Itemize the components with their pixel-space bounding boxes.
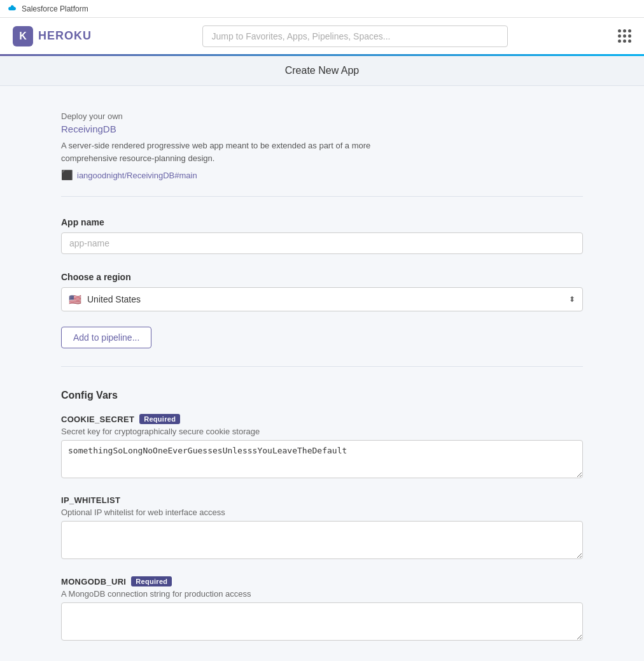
config-var-mongodb-uri: MONGODB_URI Required A MongoDB connectio… xyxy=(61,576,583,643)
header-actions xyxy=(618,29,631,43)
salesforce-bar: Salesforce Platform xyxy=(0,0,644,18)
config-vars-section: Config Vars COOKIE_SECRET Required Secre… xyxy=(61,390,583,643)
pipeline-area: Add to pipeline... xyxy=(61,327,583,348)
cookie-secret-name: COOKIE_SECRET Required xyxy=(61,414,583,424)
repo-link[interactable]: ReceivingDB xyxy=(61,124,116,134)
mongodb-uri-textarea[interactable] xyxy=(61,602,583,641)
search-input[interactable] xyxy=(202,25,508,47)
cookie-secret-textarea[interactable] xyxy=(61,440,583,478)
region-section: Choose a region 🇺🇸 United States Europe … xyxy=(61,272,583,367)
deploy-own-label: Deploy your own xyxy=(61,111,583,121)
search-container xyxy=(202,25,508,47)
region-label: Choose a region xyxy=(61,272,583,282)
heroku-logo[interactable]: K HEROKU xyxy=(13,26,92,46)
grid-icon[interactable] xyxy=(618,29,631,43)
config-vars-title: Config Vars xyxy=(61,390,583,401)
heroku-brand-name: HEROKU xyxy=(38,29,92,43)
region-select-wrapper: 🇺🇸 United States Europe ⬍ xyxy=(61,287,583,311)
app-name-section: App name xyxy=(61,217,583,254)
github-icon: ⬛ xyxy=(61,169,73,181)
mongodb-uri-desc: A MongoDB connection string for producti… xyxy=(61,589,583,599)
ip-whitelist-textarea[interactable] xyxy=(61,521,583,559)
add-to-pipeline-button[interactable]: Add to pipeline... xyxy=(61,327,151,348)
salesforce-label: Salesforce Platform xyxy=(22,4,88,13)
ip-whitelist-name: IP_WHITELIST xyxy=(61,495,583,505)
mongodb-uri-name: MONGODB_URI Required xyxy=(61,576,583,586)
main-content: Deploy your own ReceivingDB A server-sid… xyxy=(48,86,596,661)
ip-whitelist-desc: Optional IP whitelist for web interface … xyxy=(61,508,583,517)
config-var-cookie-secret: COOKIE_SECRET Required Secret key for cr… xyxy=(61,414,583,480)
repo-source: ⬛ iangoodnight/ReceivingDB#main xyxy=(61,169,583,181)
deploy-section: Deploy your own ReceivingDB A server-sid… xyxy=(61,111,583,197)
required-badge-mongodb: Required xyxy=(131,576,172,586)
heroku-logo-letter: K xyxy=(19,31,27,42)
salesforce-cloud-icon xyxy=(8,4,18,14)
repo-description: A server-side rendered progressive web a… xyxy=(61,139,417,164)
app-name-label: App name xyxy=(61,217,583,227)
config-var-ip-whitelist: IP_WHITELIST Optional IP whitelist for w… xyxy=(61,495,583,561)
page-title: Create New App xyxy=(285,65,360,76)
header: K HEROKU xyxy=(0,18,644,56)
source-link[interactable]: iangoodnight/ReceivingDB#main xyxy=(77,171,197,180)
required-badge-cookie: Required xyxy=(139,414,180,424)
region-select[interactable]: United States Europe xyxy=(61,287,583,311)
sub-header: Create New App xyxy=(0,56,644,86)
app-name-input[interactable] xyxy=(61,232,583,254)
cookie-secret-desc: Secret key for cryptographically secure … xyxy=(61,427,583,436)
heroku-logo-box: K xyxy=(13,26,33,46)
